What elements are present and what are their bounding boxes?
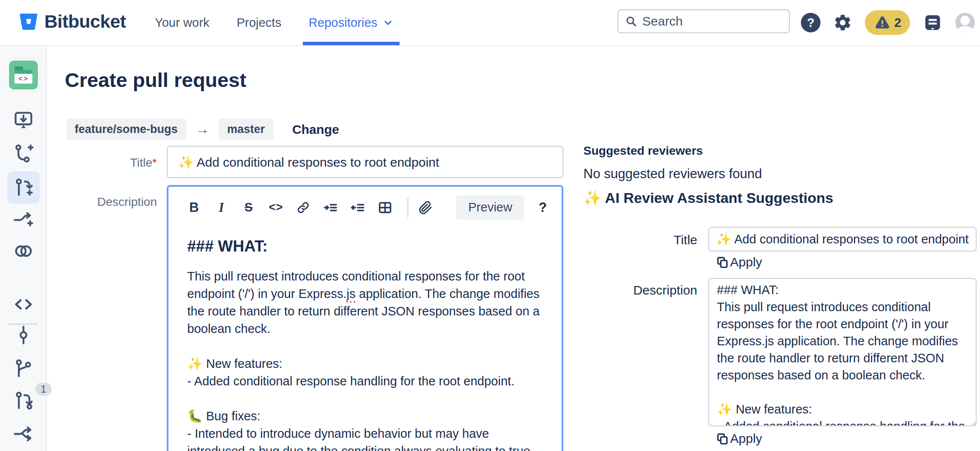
avatar-head	[960, 16, 970, 25]
sidebar-pipelines-new-icon[interactable]	[0, 208, 47, 230]
repo-sidebar: <>	[0, 46, 47, 451]
outdent-icon[interactable]	[349, 198, 366, 217]
bitbucket-mark-icon	[19, 12, 38, 32]
sidebar-clone-icon[interactable]	[0, 109, 47, 131]
description-editor[interactable]: B I S <>	[167, 185, 563, 451]
code-icon[interactable]: <>	[267, 198, 284, 217]
help-icon[interactable]: ?	[801, 13, 821, 32]
attach-file-icon[interactable]	[417, 198, 434, 217]
chevron-down-icon	[383, 17, 394, 28]
editor-features-block: ✨ New features: - Added conditional resp…	[187, 355, 543, 390]
user-avatar[interactable]	[955, 13, 975, 32]
editor-toolbar: B I S <>	[168, 187, 562, 225]
repo-avatar-icon: <>	[7, 59, 40, 91]
nav-your-work[interactable]: Your work	[155, 0, 209, 45]
nav-projects[interactable]: Projects	[237, 0, 281, 45]
sidebar-source-icon[interactable]	[0, 293, 47, 315]
misspelled-word: js	[347, 287, 356, 301]
sidebar-create-pr-active[interactable]	[0, 171, 47, 204]
preview-button[interactable]: Preview	[456, 195, 524, 220]
brand-wordmark: Bitbucket	[44, 11, 126, 32]
settings-gear-icon[interactable]	[833, 13, 852, 32]
warning-triangle-icon	[874, 14, 891, 31]
editor-bugs-block: 🐛 Bug fixes: - Intended to introduce dyn…	[187, 408, 543, 451]
editor-heading: ### WHAT:	[187, 237, 543, 255]
pr-title-input[interactable]	[167, 146, 563, 178]
top-navbar: Bitbucket Your work Projects Repositorie…	[0, 0, 980, 46]
table-icon[interactable]	[377, 198, 394, 217]
editor-help-icon[interactable]: ?	[539, 200, 547, 215]
sidebar-pull-requests-icon[interactable]: 1	[0, 390, 47, 412]
apply-description-link[interactable]: Apply	[716, 431, 762, 446]
nav-repositories[interactable]: Repositories	[309, 0, 394, 45]
target-branch-lozenge[interactable]: master	[219, 119, 274, 140]
editor-content[interactable]: ### WHAT: This pull request introduces c…	[168, 225, 562, 451]
header-actions: ? 2	[801, 0, 975, 45]
feedback-notes-icon[interactable]	[923, 13, 942, 32]
page-title: Create pull request	[65, 68, 246, 92]
copy-icon	[716, 255, 729, 269]
required-asterisk: *	[152, 156, 157, 169]
pr-count-badge: 1	[35, 383, 52, 396]
indent-icon[interactable]	[322, 198, 339, 217]
editor-paragraph: This pull request introduces conditional…	[187, 268, 543, 338]
copy-icon	[716, 432, 729, 445]
ai-suggestions-heading: ✨ AI Review Assistant Suggestions	[583, 189, 833, 206]
alerts-count: 2	[894, 15, 902, 30]
ai-description-label: Description	[612, 283, 697, 298]
bitbucket-logo[interactable]: Bitbucket	[19, 11, 126, 32]
primary-nav: Your work Projects Repositories	[155, 0, 421, 45]
apply-title-link[interactable]: Apply	[716, 255, 762, 269]
title-label: Title*	[69, 156, 157, 170]
toolbar-divider	[407, 198, 409, 217]
ai-description-textarea[interactable]: ### WHAT: This pull request introduces c…	[708, 278, 977, 426]
sidebar-repo-avatar[interactable]: <>	[0, 59, 47, 91]
description-label: Description	[69, 195, 157, 209]
sidebar-create-branch-icon[interactable]	[0, 142, 47, 165]
link-icon[interactable]	[295, 198, 312, 217]
bitbucket-create-pr-page: Bitbucket Your work Projects Repositorie…	[0, 0, 980, 451]
global-search[interactable]	[618, 9, 790, 33]
italic-icon[interactable]: I	[213, 198, 230, 217]
branch-arrow-icon: →	[196, 121, 209, 137]
branch-selector-row: feature/some-bugs → master Change	[66, 119, 339, 140]
avatar-bust	[957, 26, 973, 32]
suggested-reviewers-heading: Suggested reviewers	[583, 144, 703, 158]
sidebar-pipelines-icon[interactable]	[0, 423, 47, 445]
ai-title-label: Title	[612, 233, 697, 247]
sidebar-branches-icon[interactable]	[0, 357, 47, 379]
bold-icon[interactable]: B	[186, 198, 203, 217]
active-item-highlight	[7, 171, 40, 204]
strikethrough-icon[interactable]: S	[240, 198, 257, 217]
sidebar-commits-icon[interactable]	[0, 324, 47, 346]
suggested-reviewers-empty: No suggested reviewers found	[583, 166, 762, 182]
ai-title-input[interactable]	[708, 227, 977, 252]
source-branch-lozenge[interactable]: feature/some-bugs	[66, 119, 186, 140]
search-input[interactable]	[642, 14, 770, 29]
search-icon	[624, 14, 638, 28]
change-branches-link[interactable]: Change	[292, 122, 339, 137]
alerts-badge[interactable]: 2	[865, 10, 910, 35]
sidebar-deployments-icon[interactable]	[0, 240, 47, 262]
